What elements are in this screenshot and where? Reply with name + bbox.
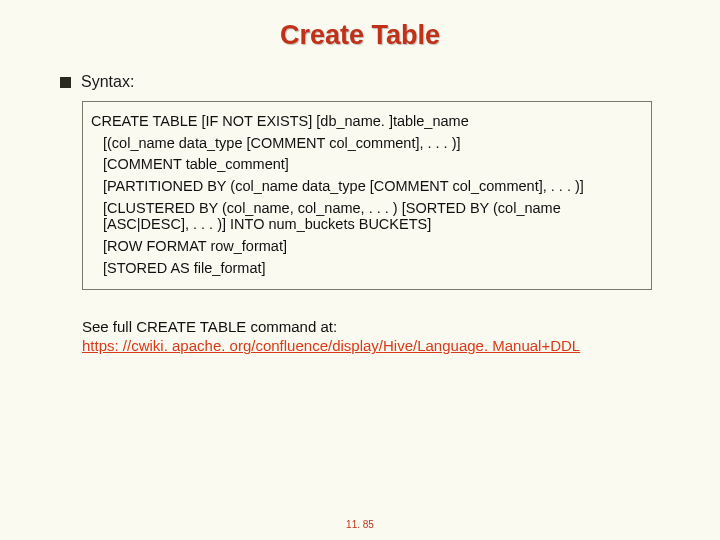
see-link[interactable]: https: //cwiki. apache. org/confluence/d… — [82, 337, 580, 354]
code-line: [COMMENT table_comment] — [91, 156, 643, 173]
syntax-label: Syntax: — [81, 73, 134, 91]
see-text: See full CREATE TABLE command at: — [82, 318, 690, 335]
code-line: [STORED AS file_format] — [91, 260, 643, 277]
see-block: See full CREATE TABLE command at: https:… — [82, 318, 690, 354]
code-line: CREATE TABLE [IF NOT EXISTS] [db_name. ]… — [91, 113, 643, 130]
syntax-row: Syntax: — [60, 73, 690, 91]
page-title: Create Table — [30, 20, 690, 51]
code-line: [PARTITIONED BY (col_name data_type [COM… — [91, 178, 643, 195]
bullet-icon — [60, 77, 71, 88]
code-line: [CLUSTERED BY (col_name, col_name, . . .… — [91, 200, 643, 233]
code-line: [ROW FORMAT row_format] — [91, 238, 643, 255]
page-number: 11. 85 — [0, 519, 720, 530]
code-line: [(col_name data_type [COMMENT col_commen… — [91, 135, 643, 152]
syntax-code-box: CREATE TABLE [IF NOT EXISTS] [db_name. ]… — [82, 101, 652, 290]
